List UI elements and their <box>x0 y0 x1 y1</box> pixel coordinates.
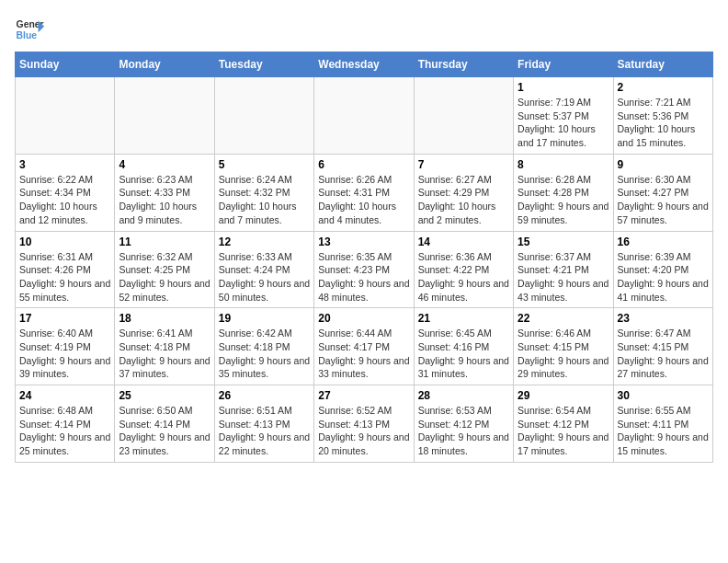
day-info: Sunrise: 6:31 AM Sunset: 4:26 PM Dayligh… <box>19 250 110 304</box>
day-info: Sunrise: 6:48 AM Sunset: 4:14 PM Dayligh… <box>19 404 110 458</box>
calendar-day: 28Sunrise: 6:53 AM Sunset: 4:12 PM Dayli… <box>414 385 513 463</box>
logo-icon: General Blue <box>15 15 44 44</box>
calendar-day <box>214 77 313 155</box>
calendar-week-2: 3Sunrise: 6:22 AM Sunset: 4:34 PM Daylig… <box>16 154 713 231</box>
calendar-day: 21Sunrise: 6:45 AM Sunset: 4:16 PM Dayli… <box>414 308 513 385</box>
day-number: 18 <box>119 312 210 325</box>
day-number: 10 <box>19 236 110 248</box>
day-number: 1 <box>518 81 609 94</box>
day-info: Sunrise: 6:22 AM Sunset: 4:34 PM Dayligh… <box>19 173 110 227</box>
day-number: 3 <box>19 158 110 171</box>
day-info: Sunrise: 6:30 AM Sunset: 4:27 PM Dayligh… <box>618 173 709 227</box>
day-number: 17 <box>19 312 110 325</box>
calendar-day: 13Sunrise: 6:35 AM Sunset: 4:23 PM Dayli… <box>314 231 414 308</box>
calendar-day: 29Sunrise: 6:54 AM Sunset: 4:12 PM Dayli… <box>514 385 613 463</box>
day-info: Sunrise: 6:33 AM Sunset: 4:24 PM Dayligh… <box>219 250 310 304</box>
day-number: 16 <box>618 236 709 248</box>
day-number: 23 <box>618 312 709 325</box>
calendar-day: 22Sunrise: 6:46 AM Sunset: 4:15 PM Dayli… <box>514 308 613 385</box>
calendar-day: 19Sunrise: 6:42 AM Sunset: 4:18 PM Dayli… <box>214 308 313 385</box>
calendar-week-1: 1Sunrise: 7:19 AM Sunset: 5:37 PM Daylig… <box>16 77 713 155</box>
calendar-day: 27Sunrise: 6:52 AM Sunset: 4:13 PM Dayli… <box>314 385 414 463</box>
calendar-day: 3Sunrise: 6:22 AM Sunset: 4:34 PM Daylig… <box>16 154 115 231</box>
day-number: 25 <box>119 389 210 402</box>
day-number: 12 <box>219 236 310 248</box>
day-number: 29 <box>518 389 609 402</box>
calendar-header-friday: Friday <box>514 52 613 77</box>
calendar-header-monday: Monday <box>115 52 214 77</box>
calendar-day: 30Sunrise: 6:55 AM Sunset: 4:11 PM Dayli… <box>613 385 712 463</box>
day-info: Sunrise: 6:42 AM Sunset: 4:18 PM Dayligh… <box>219 327 310 381</box>
calendar-day: 20Sunrise: 6:44 AM Sunset: 4:17 PM Dayli… <box>314 308 414 385</box>
calendar-day: 9Sunrise: 6:30 AM Sunset: 4:27 PM Daylig… <box>613 154 712 231</box>
day-info: Sunrise: 7:21 AM Sunset: 5:36 PM Dayligh… <box>618 96 709 150</box>
day-info: Sunrise: 6:54 AM Sunset: 4:12 PM Dayligh… <box>518 404 609 458</box>
day-number: 26 <box>219 389 310 402</box>
day-number: 9 <box>618 158 709 171</box>
day-info: Sunrise: 7:19 AM Sunset: 5:37 PM Dayligh… <box>518 96 609 150</box>
day-number: 30 <box>618 389 709 402</box>
calendar-day: 23Sunrise: 6:47 AM Sunset: 4:15 PM Dayli… <box>613 308 712 385</box>
calendar-day: 12Sunrise: 6:33 AM Sunset: 4:24 PM Dayli… <box>214 231 313 308</box>
calendar-day: 24Sunrise: 6:48 AM Sunset: 4:14 PM Dayli… <box>16 385 115 463</box>
calendar-header-saturday: Saturday <box>613 52 712 77</box>
day-info: Sunrise: 6:45 AM Sunset: 4:16 PM Dayligh… <box>418 327 509 381</box>
day-number: 28 <box>418 389 509 402</box>
day-info: Sunrise: 6:41 AM Sunset: 4:18 PM Dayligh… <box>119 327 210 381</box>
calendar-day: 11Sunrise: 6:32 AM Sunset: 4:25 PM Dayli… <box>115 231 214 308</box>
calendar-header-row: SundayMondayTuesdayWednesdayThursdayFrid… <box>16 52 713 77</box>
calendar-day <box>16 77 115 155</box>
day-info: Sunrise: 6:52 AM Sunset: 4:13 PM Dayligh… <box>318 404 409 458</box>
day-number: 13 <box>318 236 409 248</box>
day-info: Sunrise: 6:32 AM Sunset: 4:25 PM Dayligh… <box>119 250 210 304</box>
calendar-day <box>414 77 513 155</box>
day-info: Sunrise: 6:47 AM Sunset: 4:15 PM Dayligh… <box>618 327 709 381</box>
day-info: Sunrise: 6:55 AM Sunset: 4:11 PM Dayligh… <box>618 404 709 458</box>
day-number: 6 <box>318 158 409 171</box>
calendar-week-3: 10Sunrise: 6:31 AM Sunset: 4:26 PM Dayli… <box>16 231 713 308</box>
day-info: Sunrise: 6:28 AM Sunset: 4:28 PM Dayligh… <box>518 173 609 227</box>
day-info: Sunrise: 6:26 AM Sunset: 4:31 PM Dayligh… <box>318 173 409 227</box>
day-info: Sunrise: 6:46 AM Sunset: 4:15 PM Dayligh… <box>518 327 609 381</box>
svg-text:Blue: Blue <box>17 30 38 40</box>
day-number: 2 <box>618 81 709 94</box>
day-number: 11 <box>119 236 210 248</box>
page-header: General Blue <box>15 15 713 44</box>
calendar-header-wednesday: Wednesday <box>314 52 414 77</box>
day-number: 27 <box>318 389 409 402</box>
day-number: 7 <box>418 158 509 171</box>
day-info: Sunrise: 6:35 AM Sunset: 4:23 PM Dayligh… <box>318 250 409 304</box>
day-info: Sunrise: 6:39 AM Sunset: 4:20 PM Dayligh… <box>618 250 709 304</box>
day-number: 14 <box>418 236 509 248</box>
calendar-day: 14Sunrise: 6:36 AM Sunset: 4:22 PM Dayli… <box>414 231 513 308</box>
calendar-body: 1Sunrise: 7:19 AM Sunset: 5:37 PM Daylig… <box>16 77 713 463</box>
calendar-day: 18Sunrise: 6:41 AM Sunset: 4:18 PM Dayli… <box>115 308 214 385</box>
calendar-day <box>115 77 214 155</box>
day-number: 22 <box>518 312 609 325</box>
calendar-day: 2Sunrise: 7:21 AM Sunset: 5:36 PM Daylig… <box>613 77 712 155</box>
day-number: 5 <box>219 158 310 171</box>
calendar-day: 4Sunrise: 6:23 AM Sunset: 4:33 PM Daylig… <box>115 154 214 231</box>
calendar-day: 8Sunrise: 6:28 AM Sunset: 4:28 PM Daylig… <box>514 154 613 231</box>
calendar-day: 17Sunrise: 6:40 AM Sunset: 4:19 PM Dayli… <box>16 308 115 385</box>
day-info: Sunrise: 6:44 AM Sunset: 4:17 PM Dayligh… <box>318 327 409 381</box>
calendar-header-tuesday: Tuesday <box>214 52 313 77</box>
day-info: Sunrise: 6:50 AM Sunset: 4:14 PM Dayligh… <box>119 404 210 458</box>
calendar-header-sunday: Sunday <box>16 52 115 77</box>
day-number: 20 <box>318 312 409 325</box>
calendar-day: 16Sunrise: 6:39 AM Sunset: 4:20 PM Dayli… <box>613 231 712 308</box>
day-number: 24 <box>19 389 110 402</box>
calendar-day: 7Sunrise: 6:27 AM Sunset: 4:29 PM Daylig… <box>414 154 513 231</box>
calendar-day: 6Sunrise: 6:26 AM Sunset: 4:31 PM Daylig… <box>314 154 414 231</box>
day-info: Sunrise: 6:40 AM Sunset: 4:19 PM Dayligh… <box>19 327 110 381</box>
calendar-day: 5Sunrise: 6:24 AM Sunset: 4:32 PM Daylig… <box>214 154 313 231</box>
calendar-week-4: 17Sunrise: 6:40 AM Sunset: 4:19 PM Dayli… <box>16 308 713 385</box>
day-number: 21 <box>418 312 509 325</box>
calendar-day: 25Sunrise: 6:50 AM Sunset: 4:14 PM Dayli… <box>115 385 214 463</box>
calendar-day <box>314 77 414 155</box>
calendar-day: 26Sunrise: 6:51 AM Sunset: 4:13 PM Dayli… <box>214 385 313 463</box>
day-number: 15 <box>518 236 609 248</box>
logo: General Blue <box>15 15 44 44</box>
calendar-day: 1Sunrise: 7:19 AM Sunset: 5:37 PM Daylig… <box>514 77 613 155</box>
calendar-table: SundayMondayTuesdayWednesdayThursdayFrid… <box>15 52 713 463</box>
